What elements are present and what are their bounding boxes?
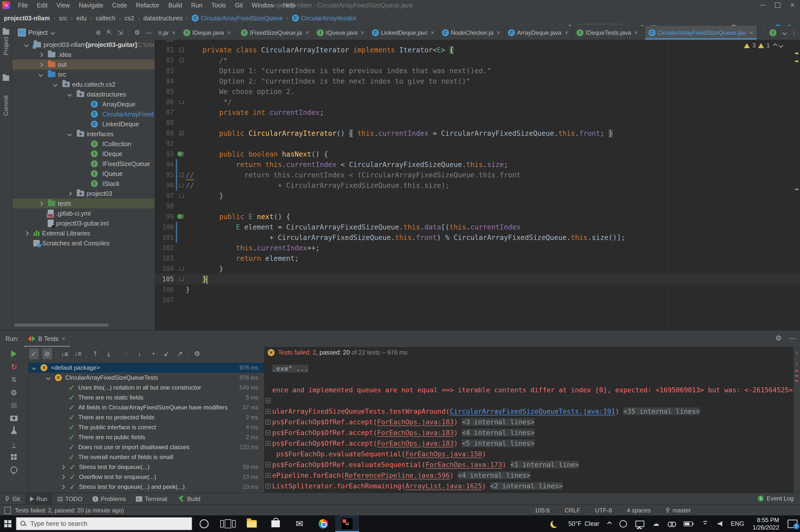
tree-item-istack[interactable]: IIStack	[13, 179, 154, 189]
fold-gutter[interactable]: −	[177, 55, 186, 65]
chevron-down-icon[interactable]	[67, 92, 72, 96]
stack-trace-link[interactable]: ForEachOps.java:183	[377, 429, 454, 436]
expand-all-button[interactable]: ⇱	[107, 29, 112, 37]
tree-item-scratches-and-consoles[interactable]: Scratches and Consoles	[13, 238, 154, 248]
settings-gear-icon[interactable]: ⚙	[776, 334, 782, 342]
code-line-97[interactable]: 97 }	[155, 191, 800, 201]
test-row[interactable]: ✓Does not use or import disallowed class…	[29, 442, 264, 452]
test-tree-settings-button[interactable]: ⚙	[192, 348, 202, 359]
chevron-down-icon[interactable]	[51, 30, 55, 35]
volume-icon[interactable]	[718, 521, 722, 527]
display-icon[interactable]	[635, 520, 644, 527]
collapse-all-button[interactable]: ⇲	[117, 29, 123, 37]
console-line[interactable]: +ps$ForEachOp$OfRef.accept(ForEachOps.ja…	[265, 417, 794, 427]
fold-gutter[interactable]	[177, 222, 186, 232]
fold-gutter[interactable]	[177, 159, 186, 170]
tree-item-arraydeque[interactable]: CArrayDeque	[13, 99, 154, 109]
override-method-icon[interactable]	[177, 213, 185, 220]
test-row[interactable]: ✓Stress test for dequeue(...)59 ms	[29, 462, 264, 472]
breadcrumb-item[interactable]: CCircularArrayIterator	[292, 15, 357, 22]
fold-gutter[interactable]: −	[177, 170, 186, 180]
editor-options-kebab-icon[interactable]: ⋮	[790, 29, 798, 37]
toolwindow-todo[interactable]: TODO	[52, 493, 87, 505]
console-line[interactable]: +ps$ForEachOp$OfRef.accept(ForEachOps.ja…	[265, 427, 794, 438]
error-stripe-mark[interactable]	[795, 189, 799, 190]
status-crlf[interactable]: CRLF	[565, 507, 580, 514]
pin-tab-button[interactable]	[9, 465, 19, 475]
test-row[interactable]: ✓The public interface is correct4 ms	[29, 422, 264, 432]
close-icon[interactable]: ✕	[171, 30, 176, 36]
weather-moon-icon[interactable]	[553, 519, 560, 527]
tree-item-interfaces[interactable]: interfaces	[13, 129, 154, 139]
fold-gutter[interactable]	[177, 118, 186, 128]
status-105-6[interactable]: 105:6	[535, 507, 550, 514]
test-console[interactable]: ✕ Tests failed: 2, passed: 20 of 22 test…	[265, 347, 794, 493]
rerun-failed-tests-button[interactable]: ↻	[9, 362, 19, 372]
menu-refactor[interactable]: Refactor	[132, 0, 164, 11]
code-line-107[interactable]: 107	[155, 295, 800, 305]
stack-trace-link[interactable]: ForEachOps.java:183	[377, 439, 454, 447]
test-row[interactable]: ✕CircularArrayFixedSizeQueueTests976 ms	[29, 373, 264, 383]
chevron-right-icon[interactable]	[38, 201, 43, 206]
fold-end-icon[interactable]	[179, 100, 184, 104]
run-tab-btests[interactable]: B Tests ✕	[23, 330, 70, 347]
toolwindow-git[interactable]: Git	[0, 493, 25, 505]
menu-navigate[interactable]: Navigate	[74, 0, 108, 11]
collapse-all-button[interactable]: ⤓	[104, 348, 114, 359]
console-line[interactable]: +ListSpliterator.forEachRemaining(ArrayL…	[265, 481, 794, 491]
vpn-link-icon[interactable]	[668, 521, 675, 526]
fold-end-icon[interactable]	[179, 267, 184, 271]
close-icon[interactable]: ✕	[305, 30, 309, 36]
chevron-down-icon[interactable]	[53, 82, 57, 87]
hide-panel-button[interactable]: —	[789, 334, 796, 342]
cortana-button[interactable]	[192, 515, 216, 532]
close-icon[interactable]: ✕	[360, 30, 365, 36]
console-fold-icon[interactable]: +	[266, 483, 271, 489]
menu-build[interactable]: Build	[164, 0, 187, 11]
tab-linkeddeque-java[interactable]: CLinkedDeque.java✕	[369, 26, 439, 40]
close-icon[interactable]: ✕	[227, 30, 231, 36]
tree-item-ifixedsizequeue[interactable]: IIFixedSizeQueue	[13, 159, 154, 169]
console-line[interactable]: +ePipeline.forEach(ReferencePipeline.jav…	[265, 470, 794, 481]
tree-item-external-libraries[interactable]: External Libraries	[13, 228, 154, 238]
test-row[interactable]: ✓There are no public fields2 ms	[29, 432, 264, 442]
maximize-button[interactable]	[770, 0, 785, 11]
inspections-widget[interactable]: 3 1	[744, 42, 783, 49]
code-line-104[interactable]: 104 }	[155, 264, 800, 274]
scroll-down-icon[interactable]: ↓	[795, 360, 798, 367]
code-line-84[interactable]: 84 Option 2: "currentIndex is the next i…	[155, 76, 800, 87]
console-scrollbar[interactable]: ↑ ↓	[794, 347, 800, 495]
fold-gutter[interactable]	[177, 97, 186, 107]
console-fold-icon[interactable]: +	[266, 462, 271, 467]
code-line-98[interactable]: 98	[155, 201, 800, 211]
tree-item-icollection[interactable]: IICollection	[13, 139, 154, 149]
chevron-down-icon[interactable]	[32, 365, 36, 370]
tab-ideque-java[interactable]: IIDeque.java✕	[180, 26, 237, 40]
close-icon[interactable]: ✕	[634, 30, 638, 36]
close-icon[interactable]: ✕	[496, 30, 501, 36]
console-fold-icon[interactable]: +	[266, 473, 271, 478]
tree-item-ideque[interactable]: IIDeque	[13, 149, 154, 159]
code-line-96[interactable]: 96// + CircularArrayFixedSizeQueue.this.…	[155, 180, 800, 191]
close-button[interactable]: ✕	[785, 0, 800, 11]
code-editor[interactable]: 8081− private class CircularArrayIterato…	[155, 40, 800, 330]
chevron-down-icon[interactable]	[46, 376, 51, 380]
battery-icon[interactable]	[684, 521, 692, 526]
locate-file-button[interactable]: ⊕	[96, 29, 101, 37]
show-ignored-button[interactable]: ⊘	[42, 348, 52, 359]
test-row[interactable]: ✕<default package>976 ms	[29, 363, 264, 373]
close-icon[interactable]: ✕	[61, 336, 66, 342]
tree-item-iqueue[interactable]: IIQueue	[13, 169, 154, 179]
fold-gutter[interactable]	[177, 201, 186, 211]
sidebar-item-project[interactable]: Project	[0, 29, 12, 55]
stop-process-button[interactable]	[9, 400, 19, 411]
chevron-right-icon[interactable]	[24, 231, 29, 235]
code-line-99[interactable]: 99− public E next() {	[155, 211, 800, 222]
clock-widget[interactable]: 8:55 PM 1/26/2022	[752, 516, 779, 531]
stack-trace-link[interactable]: CircularArrayFixedSizeQueueTests.java:19…	[450, 407, 615, 415]
menu-edit[interactable]: Edit	[32, 0, 52, 11]
tab-n-java[interactable]: n.java✕	[155, 26, 180, 40]
fold-collapse-icon[interactable]: −	[179, 173, 184, 177]
previous-failed-test-button[interactable]: ↑	[121, 348, 131, 359]
close-icon[interactable]: ✕	[430, 30, 434, 36]
